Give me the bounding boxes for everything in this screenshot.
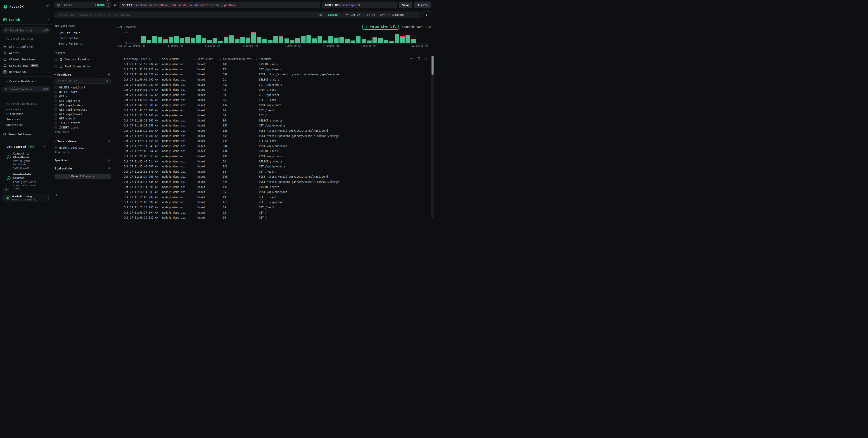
root-spans-only-toggle[interactable]: Root Spans Only (55, 64, 111, 68)
denoise-results-toggle[interactable]: Denoise Results (55, 57, 111, 62)
checkbox[interactable] (55, 108, 57, 111)
analysis-mode-results-table[interactable]: Results Table (59, 30, 111, 36)
run-query-button[interactable] (422, 11, 431, 18)
filter-section-spanname[interactable]: SpanName (55, 72, 111, 77)
collapse-sidebar-icon[interactable] (46, 5, 50, 8)
chart-plot-area[interactable]: Oct 26 12:00:00 PM3:30:00 PM6:30:00 PM9:… (128, 32, 429, 43)
sidebar-item-service-map[interactable]: Service Map BETA (2, 62, 51, 69)
histogram-bar[interactable] (207, 32, 213, 43)
sidebar-item-dashboards[interactable]: Dashboards (2, 69, 51, 75)
lang-sql-toggle[interactable]: SQL (318, 13, 323, 17)
checkbox[interactable] (55, 99, 57, 102)
table-row[interactable]: Oct 27 11:29:12.159 AMnodejs-demo-apiUns… (117, 128, 431, 134)
table-row[interactable]: Oct 27 11:29:11.700 AMnodejs-demo-apiUns… (117, 133, 431, 139)
table-row[interactable]: Oct 27 11:16:14.396 AMnodejs-demo-apiUns… (117, 184, 431, 189)
histogram-bar[interactable] (317, 32, 323, 43)
histogram-bar[interactable] (284, 32, 290, 43)
help-button[interactable]: ? (3, 187, 9, 193)
scrollbar-thumb[interactable] (432, 56, 434, 75)
histogram-bar[interactable] (202, 32, 207, 43)
filter-value-item[interactable]: DELETE cart (55, 90, 111, 94)
table-row[interactable]: Oct 27 11:09:37.094 AMnodejs-demo-apiUns… (117, 210, 431, 215)
histogram-bar[interactable] (301, 32, 306, 43)
wrap-lines-icon[interactable] (417, 57, 421, 60)
filter-value-item[interactable]: nodejs-demo-api (55, 145, 111, 150)
table-row[interactable]: Oct 27 11:50:02.322 AMnodejs-demo-apiUns… (117, 72, 431, 77)
histogram-bar[interactable] (405, 32, 411, 43)
saved-searches-input[interactable]: Saved Searches ⌘ K (2, 27, 51, 33)
table-row[interactable]: Oct 27 11:16:14.383 AMnodejs-demo-apiUns… (117, 189, 431, 195)
filter-value-item[interactable]: DELETE /api/cart (55, 86, 111, 90)
histogram-bar[interactable] (257, 32, 262, 43)
filter-values-search-input[interactable]: Search values... (55, 79, 111, 84)
filter-value-item[interactable]: GET /api/orders (55, 103, 111, 108)
sidebar-item-search[interactable]: Search (2, 17, 51, 22)
checkbox[interactable] (55, 113, 57, 116)
filter-value-item[interactable]: GET / (55, 94, 111, 99)
histogram-bar[interactable] (345, 32, 350, 43)
table-row[interactable]: Oct 27 11:23:49.502 AMnodejs-demo-apiUns… (117, 164, 431, 169)
histogram-bar[interactable] (296, 32, 301, 43)
histogram-bar[interactable] (268, 32, 273, 43)
filter-value-item[interactable]: GET /api/products (55, 108, 111, 112)
source-settings-gear-icon[interactable]: ⚙ (114, 3, 117, 7)
download-icon[interactable] (424, 57, 428, 60)
histogram-bar[interactable] (262, 32, 268, 43)
histogram-bar[interactable] (141, 32, 147, 43)
saved-dashboards-input[interactable]: Saved Dashboards ⌘ K (2, 86, 51, 92)
load-more-link[interactable]: Load more (55, 150, 111, 154)
presets-toggle[interactable]: PRESETS (2, 108, 51, 111)
checkbox[interactable] (55, 65, 57, 68)
histogram-bar[interactable] (246, 32, 251, 43)
table-row[interactable]: Oct 27 11:50:02.289 AMnodejs-demo-apiUns… (117, 82, 431, 87)
get-started-step[interactable]: Connect to ClickHouse Set up your databa… (6, 152, 45, 169)
table-row[interactable]: Oct 27 11:13:14.885 AMnodejs-demo-apiUns… (117, 205, 431, 210)
table-row[interactable]: Oct 27 11:42:20.180 AMnodejs-demo-apiUns… (117, 108, 431, 113)
checkbox[interactable] (55, 146, 57, 149)
more-filters-button[interactable]: More filters (55, 174, 111, 179)
histogram-bar[interactable] (378, 32, 383, 43)
checkbox[interactable] (55, 58, 57, 61)
checkbox[interactable] (55, 95, 57, 98)
chart-mini-icon[interactable] (101, 140, 104, 143)
analysis-mode-event-deltas[interactable]: Event Deltas (59, 36, 111, 41)
drag-handle-icon[interactable]: ⠿ (219, 58, 221, 60)
histogram-bar[interactable] (147, 32, 152, 43)
histogram-bar[interactable] (356, 32, 362, 43)
table-row[interactable]: Oct 27 11:53:58.934 AMnodejs-demo-apiUns… (117, 62, 431, 67)
user-menu[interactable]: D dominic.tran@c… dominic.tran@cli… (3, 194, 49, 202)
histogram-bar[interactable] (169, 32, 174, 43)
column-header-servicename[interactable]: ⠿ServiceName (158, 57, 194, 61)
table-row[interactable]: Oct 27 11:16:14.535 AMnodejs-demo-apiUns… (117, 179, 431, 185)
histogram-bar[interactable] (290, 32, 296, 43)
histogram-bar[interactable] (191, 32, 196, 43)
histogram-bar[interactable] (213, 32, 218, 43)
table-row[interactable]: Oct 27 11:44:31.957 AMnodejs-demo-apiUns… (117, 92, 431, 98)
histogram-bar[interactable] (229, 32, 235, 43)
checkbox[interactable] (55, 104, 57, 107)
drag-handle-icon[interactable]: ⠿ (194, 58, 195, 60)
table-row[interactable]: Oct 27 11:25:06.553 AMnodejs-demo-apiUns… (117, 154, 431, 159)
checkbox[interactable] (55, 86, 57, 89)
checkbox[interactable] (55, 126, 57, 129)
filter-value-item[interactable]: INSERT orders (55, 121, 111, 125)
filter-value-item[interactable]: GET /health (55, 117, 111, 121)
select-query-input[interactable]: SELECT Timestamp,ServiceName,StatusCode,… (119, 2, 319, 8)
histogram-bar[interactable] (185, 32, 191, 43)
histogram-bar[interactable] (389, 32, 395, 43)
table-row[interactable]: Oct 27 11:15:03.698 AMnodejs-demo-apiUns… (117, 200, 431, 205)
histogram-bar[interactable] (240, 32, 246, 43)
sidebar-item-team-settings[interactable]: ⚙ Team Settings (2, 132, 51, 137)
analysis-mode-event-patterns[interactable]: Event Patterns (59, 41, 111, 47)
table-row[interactable]: Oct 27 11:23:49.514 AMnodejs-demo-apiUns… (117, 159, 431, 164)
filter-section-servicename[interactable]: ServiceName (55, 139, 111, 144)
show-more-link[interactable]: Show more (55, 129, 111, 134)
table-row[interactable]: Oct 27 11:50:02.299 AMnodejs-demo-apiUns… (117, 77, 431, 82)
histogram-bar[interactable] (411, 32, 416, 43)
chart-mini-icon[interactable] (101, 158, 104, 162)
histogram-bar[interactable] (279, 32, 284, 43)
sidebar-item-alerts[interactable]: Alerts (2, 50, 51, 56)
histogram-bar[interactable] (383, 32, 389, 43)
preset-services[interactable]: Services (2, 117, 51, 122)
histogram-bar[interactable] (329, 32, 334, 43)
